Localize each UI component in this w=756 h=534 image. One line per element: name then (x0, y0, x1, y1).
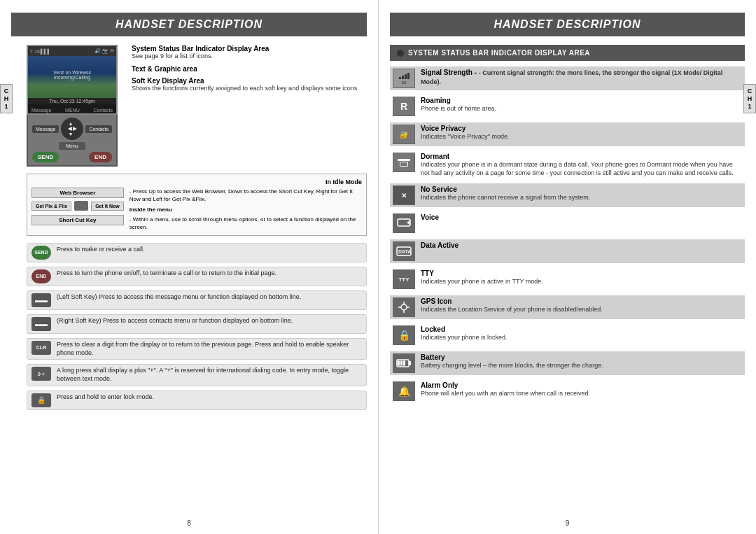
status-items-list: 1X Signal Strength - - Current signal st… (390, 66, 745, 403)
signal-bars (399, 72, 410, 79)
system-status-bar-header: SYSTEM STATUS BAR INDICATOR DISPLAY AREA (390, 45, 745, 61)
tty-icon-box: TTY (393, 269, 415, 289)
right-page: C H 1 HANDSET DESCRIPTION SYSTEM STATUS … (378, 0, 756, 534)
bullet-icon (397, 50, 404, 57)
signal-icon-box: 1X (393, 69, 415, 88)
left-soft-icon: ▬▬ (31, 293, 51, 307)
alarm-text: Alarm Only Phone will alert you with an … (421, 381, 742, 398)
button-row-end: END Press to turn the phone on/off, to t… (27, 267, 367, 286)
idle-mode-inner: Web Browser Get Pix & Flix Get It Now Sh… (31, 188, 362, 231)
lock-icon: 🔒 (31, 393, 51, 407)
svg-rect-13 (403, 361, 405, 366)
gps-icon-box (393, 297, 415, 317)
idle-mode-header: In Idle Mode (31, 178, 362, 185)
svg-rect-10 (409, 361, 411, 365)
system-status-label: System Status Bar Indicator Display Area… (132, 45, 367, 61)
left-page-title: HANDSET DESCRIPTION (11, 13, 367, 36)
page-number-left: 8 (187, 519, 191, 527)
zeroplus-icon: 0 + (31, 367, 51, 381)
get-pix-row: Get Pix & Flix Get It Now (31, 201, 124, 211)
right-soft-icon: ▬▬ (31, 317, 51, 331)
phone-screen: T 1K▌▌▌ 🔊 📷 ✉ Veriz on WirelessIncoming/… (27, 45, 118, 115)
battery-text: Battery Battery charging level – the mor… (421, 353, 742, 370)
tty-text: TTY Indicates your phone is active in TT… (421, 269, 742, 286)
svg-text:DATA: DATA (398, 249, 411, 254)
phone-screen-datetime: Thu, Oct 23 12:45pm (28, 98, 116, 104)
left-page: C H 1 HANDSET DESCRIPTION T 1K▌▌▌ 🔊 📷 ✉ … (0, 0, 378, 534)
svg-rect-12 (400, 361, 402, 366)
data-active-icon-box: DATA (393, 241, 415, 261)
status-item-no-service: ✕ No Service Indicates the phone cannot … (390, 183, 745, 207)
voice-icon-box (393, 213, 415, 233)
button-row-right-soft: ▬▬ (Right Soft Key) Press to access cont… (27, 314, 367, 334)
svg-marker-1 (407, 220, 410, 225)
alarm-icon-box: 🔔 (393, 381, 415, 401)
gps-text: GPS Icon Indicates the Location Service … (421, 297, 742, 314)
phone-screen-softkeys: Message MENU Contacts (28, 104, 116, 115)
status-item-locked: 🔒 Locked Indicates your phone is locked. (390, 323, 745, 347)
page-number-right: 9 (566, 519, 570, 527)
status-item-data-active: DATA Data Active (390, 239, 745, 263)
status-item-voice-privacy: 🔐 Voice Privacy Indicates "Voice Privacy… (390, 122, 745, 146)
chapter-tab-right: C H 1 (743, 84, 756, 113)
idle-mode-box: In Idle Mode Web Browser Get Pix & Flix … (27, 174, 367, 236)
status-item-roaming: R Roaming Phone is out of home area. (390, 94, 745, 118)
dormant-text: Dormant Indicates your phone is in a dor… (421, 153, 742, 177)
lock-desc: Press and hold to enter lock mode. (57, 393, 154, 402)
svg-rect-11 (398, 361, 400, 366)
voice-privacy-text: Voice Privacy Indicates "Voice Privacy" … (421, 125, 742, 141)
battery-icon-box (393, 353, 415, 373)
message-btn[interactable]: Message (32, 125, 59, 133)
roaming-icon-box: R (393, 97, 415, 116)
send-desc: Press to make or receive a call. (57, 246, 145, 254)
clr-desc: Press to clear a digit from the display … (57, 341, 362, 357)
status-item-dormant: Dormant Indicates your phone is in a dor… (390, 150, 745, 179)
dormant-icon-box (393, 153, 415, 172)
status-item-gps: GPS Icon Indicates the Location Service … (390, 295, 745, 319)
phone-body: Message ▲◀ ▶▼ Contacts Menu SEND END (27, 115, 118, 167)
short-cut-key-label: Short Cut Key (31, 215, 124, 225)
send-end-row: SEND END (32, 152, 112, 162)
zeroplus-desc: A long press shall display a plus "+". A… (57, 367, 362, 383)
status-item-voice: Voice (390, 211, 745, 235)
button-row-left-soft: ▬▬ (Left Soft Key) Press to access the m… (27, 290, 367, 310)
handset-image-area: T 1K▌▌▌ 🔊 📷 ✉ Veriz on WirelessIncoming/… (27, 45, 367, 167)
clr-icon: CLR (31, 341, 51, 355)
end-btn[interactable]: END (89, 152, 112, 162)
softkey-row: Message ▲◀ ▶▼ Contacts (32, 118, 112, 140)
end-desc: Press to turn the phone on/off, to termi… (57, 269, 276, 278)
idle-text-col: - Press Up to access the Web Browser, Do… (130, 188, 362, 231)
phone-screen-main: Veriz on WirelessIncoming/Calling (28, 56, 116, 98)
status-item-alarm: 🔔 Alarm Only Phone will alert you with a… (390, 379, 745, 403)
no-service-text: No Service Indicates the phone cannot re… (421, 185, 742, 202)
send-icon: SEND (31, 246, 51, 260)
nav-circle[interactable]: ▲◀ ▶▼ (61, 118, 83, 140)
button-row-0plus: 0 + A long press shall display a plus "+… (27, 364, 367, 386)
menu-btn-row: Menu (32, 142, 112, 150)
status-item-tty: TTY TTY Indicates your phone is active i… (390, 267, 745, 291)
menu-btn[interactable]: Menu (59, 142, 85, 150)
right-page-title: HANDSET DESCRIPTION (390, 13, 745, 36)
send-btn[interactable]: SEND (32, 152, 59, 162)
phone-labels: System Status Bar Indicator Display Area… (132, 45, 367, 167)
end-icon: END (31, 269, 51, 283)
button-row-send: SEND Press to make or receive a call. (27, 243, 367, 262)
idle-labels-col: Web Browser Get Pix & Flix Get It Now Sh… (31, 188, 124, 231)
no-service-icon-box: ✕ (393, 185, 415, 205)
roaming-text: Roaming Phone is out of home area. (421, 97, 742, 113)
button-row-lock: 🔒 Press and hold to enter lock mode. (27, 391, 367, 410)
chapter-tab-left: C H 1 (0, 84, 13, 113)
button-row-clr: CLR Press to clear a digit from the disp… (27, 338, 367, 360)
get-it-now-label: Get It Now (91, 202, 124, 211)
locked-text: Locked Indicates your phone is locked. (421, 325, 742, 342)
web-browser-label: Web Browser (31, 188, 124, 198)
left-soft-desc: (Left Soft Key) Press to access the mess… (57, 293, 301, 302)
phone-screen-status-bar: T 1K▌▌▌ 🔊 📷 ✉ (28, 46, 116, 56)
soft-key-label: Soft Key Display Area Shows the function… (132, 77, 367, 93)
phone-screen-container: T 1K▌▌▌ 🔊 📷 ✉ Veriz on WirelessIncoming/… (27, 45, 125, 167)
contacts-btn[interactable]: Contacts (85, 125, 112, 133)
locked-icon-box: 🔒 (393, 325, 415, 345)
data-active-text: Data Active (421, 241, 742, 250)
svg-point-4 (401, 304, 407, 310)
voice-privacy-icon-box: 🔐 (393, 125, 415, 144)
